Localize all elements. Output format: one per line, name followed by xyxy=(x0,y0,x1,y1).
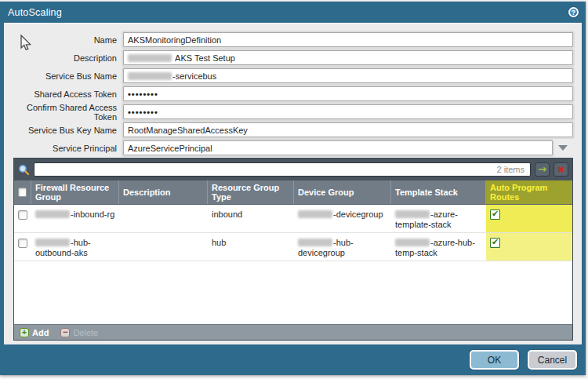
service-principal-dropdown-button[interactable] xyxy=(553,140,573,155)
filter-bar: 2 items → ✖ xyxy=(14,159,572,180)
confirm-token-field[interactable] xyxy=(123,104,573,119)
autoscaling-dialog: AutoScaling ? Name Description AKS Test … xyxy=(0,2,586,375)
redacted-text xyxy=(35,210,70,218)
form-row-name: Name xyxy=(4,31,582,49)
redacted-text xyxy=(298,210,332,218)
service-bus-name-label: Service Bus Name xyxy=(4,71,123,81)
check-icon: ✔ xyxy=(492,210,499,218)
apply-filter-button[interactable]: → xyxy=(535,162,550,177)
firewall-resource-group-cell: -hub-outbound-aks xyxy=(31,233,119,261)
form-row-confirm-token: Confirm Shared Access Token xyxy=(4,103,582,121)
auto-program-routes-cell: ✔ xyxy=(486,233,572,261)
auto-program-routes-cell: ✔ xyxy=(486,205,572,232)
close-icon: ✖ xyxy=(557,166,564,174)
name-label: Name xyxy=(4,35,123,45)
resource-group-type-cell: hub xyxy=(208,233,294,261)
delete-button[interactable]: − Delete xyxy=(60,328,98,337)
form-row-service-bus-name: Service Bus Name -servicebus xyxy=(4,67,582,85)
clear-filter-button[interactable]: ✖ xyxy=(554,162,568,177)
service-principal-select[interactable]: AzureServicePrincipal xyxy=(123,140,553,155)
filter-input[interactable]: 2 items xyxy=(34,162,531,177)
auto-program-routes-checkbox[interactable]: ✔ xyxy=(490,210,500,220)
plus-icon: + xyxy=(20,328,29,337)
row-select-cell xyxy=(14,233,31,261)
cell-text: -inbound-rg xyxy=(71,210,114,219)
description-field[interactable]: AKS Test Setup xyxy=(123,50,573,65)
items-count: 2 items xyxy=(497,165,524,174)
service-bus-key-name-field[interactable] xyxy=(123,122,573,137)
select-all-header-cell xyxy=(14,180,31,204)
col-description[interactable]: Description xyxy=(119,180,208,204)
dialog-title: AutoScaling xyxy=(8,7,62,18)
resource-table: 2 items → ✖ Firewall Resource Group Desc… xyxy=(13,158,573,341)
service-principal-value: AzureServicePrincipal xyxy=(128,144,212,153)
service-bus-name-value: -servicebus xyxy=(172,71,216,81)
redacted-text xyxy=(395,239,430,246)
table-header: Firewall Resource Group Description Reso… xyxy=(14,180,572,205)
col-firewall-resource-group[interactable]: Firewall Resource Group xyxy=(31,180,119,204)
table-empty-area xyxy=(14,261,572,324)
check-icon: ✔ xyxy=(492,238,499,246)
select-all-checkbox[interactable] xyxy=(18,188,27,197)
redacted-text xyxy=(298,239,332,246)
service-bus-name-field[interactable]: -servicebus xyxy=(123,68,573,83)
service-bus-key-name-label: Service Bus Key Name xyxy=(4,126,123,135)
content-panel: Name Description AKS Test Setup Service … xyxy=(4,23,582,344)
description-cell xyxy=(119,205,208,232)
col-resource-group-type[interactable]: Resource Group Type xyxy=(208,180,294,204)
name-field[interactable] xyxy=(123,32,573,47)
confirm-token-label: Confirm Shared Access Token xyxy=(4,103,123,122)
form-row-shared-access-token: Shared Access Token xyxy=(4,85,582,103)
cancel-button[interactable]: Cancel xyxy=(528,350,577,370)
template-stack-cell: -azure-template-stack xyxy=(391,205,486,232)
shared-access-token-field[interactable] xyxy=(123,86,573,101)
chevron-down-icon xyxy=(558,145,568,151)
table-row[interactable]: -inbound-rg inbound -devicegroup -azure-… xyxy=(14,205,572,233)
form-row-service-principal: Service Principal AzureServicePrincipal xyxy=(4,139,582,157)
description-cell xyxy=(119,233,208,261)
table-row[interactable]: -hub-outbound-aks hub -hub-devicegroup -… xyxy=(14,233,572,261)
description-label: Description xyxy=(4,53,123,63)
service-principal-label: Service Principal xyxy=(4,144,123,153)
row-checkbox[interactable] xyxy=(18,210,27,220)
ok-button[interactable]: OK xyxy=(470,350,519,370)
search-icon xyxy=(18,164,30,176)
firewall-resource-group-cell: -inbound-rg xyxy=(31,205,119,232)
device-group-cell: -hub-devicegroup xyxy=(294,233,391,261)
redacted-text xyxy=(128,72,172,80)
redacted-text xyxy=(35,239,70,246)
redacted-text xyxy=(128,54,172,62)
dialog-footer: OK Cancel xyxy=(0,344,586,375)
title-bar: AutoScaling ? xyxy=(0,2,586,23)
add-button[interactable]: + Add xyxy=(20,328,49,337)
arrow-right-icon: → xyxy=(538,164,546,174)
template-stack-cell: -azure-hub-temp-stack xyxy=(391,233,486,261)
redacted-text xyxy=(395,210,430,218)
help-icon[interactable]: ? xyxy=(568,7,579,17)
form: Name Description AKS Test Setup Service … xyxy=(4,24,582,157)
resource-group-type-cell: inbound xyxy=(208,205,294,232)
col-template-stack[interactable]: Template Stack xyxy=(391,180,486,204)
add-label: Add xyxy=(32,328,49,337)
row-checkbox[interactable] xyxy=(18,239,27,248)
col-auto-program-routes[interactable]: Auto Program Routes xyxy=(486,180,572,204)
cell-text: -devicegroup xyxy=(333,210,383,219)
row-select-cell xyxy=(14,205,31,232)
auto-program-routes-checkbox[interactable]: ✔ xyxy=(490,238,500,248)
form-row-service-bus-key-name: Service Bus Key Name xyxy=(4,121,582,139)
delete-label: Delete xyxy=(73,328,98,337)
table-action-bar: + Add − Delete xyxy=(14,324,572,340)
form-row-description: Description AKS Test Setup xyxy=(4,49,582,67)
minus-icon: − xyxy=(60,328,70,337)
shared-access-token-label: Shared Access Token xyxy=(4,89,123,99)
device-group-cell: -devicegroup xyxy=(294,205,391,232)
description-value: AKS Test Setup xyxy=(175,53,235,63)
col-device-group[interactable]: Device Group xyxy=(294,180,391,204)
